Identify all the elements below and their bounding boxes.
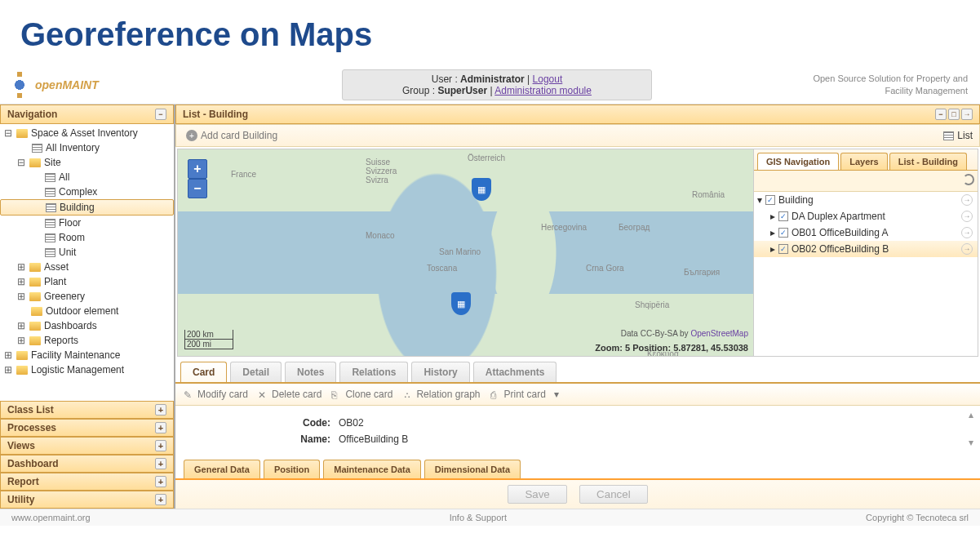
tree-node-outdoor[interactable]: Outdoor element — [0, 304, 174, 318]
clone-card-button[interactable]: Clone card — [331, 389, 392, 400]
checkbox-icon[interactable]: ✓ — [778, 211, 788, 221]
admin-module-link[interactable]: Administration module — [494, 85, 592, 96]
modify-card-button[interactable]: Modify card — [184, 389, 248, 400]
tab-detail[interactable]: Detail — [230, 362, 282, 382]
tree-node-asset[interactable]: ⊞ Asset — [0, 260, 174, 274]
tree-node-floor[interactable]: Floor — [0, 216, 174, 230]
logout-link[interactable]: Logout — [533, 73, 563, 85]
tree-node-logistic[interactable]: ⊞ Logistic Management — [0, 362, 174, 377]
tab-history[interactable]: History — [411, 362, 469, 382]
expand-icon[interactable]: ⊞ — [16, 335, 26, 346]
gis-node-ob02[interactable]: ▸ ✓ OB02 OfficeBuilding B → — [754, 241, 978, 257]
pencil-icon — [184, 389, 194, 400]
subtab-general[interactable]: General Data — [184, 460, 260, 478]
map-canvas[interactable]: + − France Monaco San Marino Toscana Her… — [178, 149, 753, 356]
minimize-icon[interactable]: − — [935, 109, 947, 120]
tab-attachments[interactable]: Attachments — [473, 362, 557, 382]
tree-node-reports[interactable]: ⊞ Reports — [0, 333, 174, 348]
map-label: Monaco — [366, 231, 395, 240]
save-button[interactable]: Save — [508, 485, 566, 504]
expand-icon[interactable]: ⊞ — [16, 320, 26, 331]
tree-node-site[interactable]: ⊟ Site — [0, 155, 174, 170]
delete-card-button[interactable]: Delete card — [258, 389, 321, 400]
tab-layers[interactable]: Layers — [840, 153, 887, 170]
expand-right-icon[interactable]: → — [961, 109, 973, 120]
maximize-icon[interactable]: □ — [948, 109, 960, 120]
list-view-button[interactable]: List — [943, 130, 973, 141]
expand-icon[interactable]: ⊞ — [3, 364, 13, 376]
checkbox-icon[interactable]: ✓ — [778, 228, 788, 238]
subtab-dimensional[interactable]: Dimensional Data — [424, 460, 521, 478]
expand-icon[interactable]: ⊞ — [16, 261, 26, 273]
code-value: OB02 — [339, 417, 364, 429]
code-label: Code: — [192, 417, 339, 429]
tab-list-building[interactable]: List - Building — [889, 153, 967, 170]
zoom-out-button[interactable]: − — [188, 179, 207, 198]
collapse-left-icon[interactable]: − — [155, 109, 166, 120]
expand-icon[interactable]: ⊞ — [16, 291, 26, 302]
folder-icon — [29, 292, 41, 301]
map-marker[interactable] — [472, 178, 491, 201]
goto-icon[interactable]: → — [961, 211, 973, 222]
accordion-views[interactable]: Views+ — [0, 437, 174, 455]
cancel-button[interactable]: Cancel — [579, 485, 648, 504]
goto-icon[interactable]: → — [961, 194, 973, 206]
checkbox-icon[interactable]: ✓ — [778, 244, 788, 254]
refresh-icon[interactable] — [963, 174, 974, 185]
subtab-position[interactable]: Position — [264, 460, 320, 478]
gis-tree: ▾ ✓ Building → ▸ ✓ DA Duplex Apartment → — [754, 192, 978, 356]
goto-icon[interactable]: → — [961, 227, 973, 238]
tab-gis-navigation[interactable]: GIS Navigation — [757, 153, 839, 170]
tab-relations[interactable]: Relations — [339, 362, 408, 382]
gis-node-building[interactable]: ▾ ✓ Building → — [754, 192, 978, 208]
tab-notes[interactable]: Notes — [285, 362, 336, 382]
tree-node-greenery[interactable]: ⊞ Greenery — [0, 289, 174, 304]
osm-link[interactable]: OpenStreetMap — [690, 329, 748, 338]
name-value: OfficeBuilding B — [339, 433, 408, 445]
gis-node-da[interactable]: ▸ ✓ DA Duplex Apartment → — [754, 208, 978, 224]
accordion-report[interactable]: Report+ — [0, 473, 174, 491]
expand-icon[interactable]: ▸ — [770, 243, 775, 255]
checkbox-icon[interactable]: ✓ — [765, 195, 775, 205]
accordion-class-list[interactable]: Class List+ — [0, 401, 174, 419]
accordion-dashboard[interactable]: Dashboard+ — [0, 455, 174, 473]
tree-node-room[interactable]: Room — [0, 230, 174, 245]
map-label: Toscana — [427, 264, 457, 273]
relation-graph-button[interactable]: Relation graph — [402, 389, 480, 400]
expand-icon[interactable]: ⊞ — [3, 349, 13, 361]
tree-node-inventory[interactable]: ⊟ Space & Asset Inventory — [0, 126, 174, 140]
collapse-icon[interactable]: ▾ — [757, 194, 762, 206]
tab-card[interactable]: Card — [180, 362, 227, 382]
goto-icon[interactable]: → — [961, 243, 973, 255]
subtab-maintenance[interactable]: Maintenance Data — [323, 460, 421, 478]
page-title: Georeference on Maps — [0, 0, 980, 65]
expand-icon[interactable]: ⊟ — [3, 127, 13, 139]
tree-node-facility[interactable]: ⊞ Facility Maintenance — [0, 348, 174, 362]
map-label: Crna Gora — [586, 264, 624, 273]
tree-node-building[interactable]: Building — [0, 199, 174, 216]
print-card-button[interactable]: Print card▾ — [490, 389, 559, 400]
footer-info[interactable]: Info & Support — [450, 513, 507, 522]
zoom-in-button[interactable]: + — [188, 159, 207, 179]
logo-area: openMAINT — [0, 73, 175, 96]
logo-text: openMAINT — [35, 78, 99, 91]
map-marker[interactable] — [451, 292, 471, 315]
expand-icon[interactable]: ▸ — [770, 227, 775, 238]
tree-node-complex[interactable]: Complex — [0, 184, 174, 199]
tree-node-unit[interactable]: Unit — [0, 245, 174, 260]
tree-node-dashboards[interactable]: ⊞ Dashboards — [0, 318, 174, 333]
accordion-utility[interactable]: Utility+ — [0, 491, 174, 509]
chevron-down-icon: ▾ — [554, 389, 559, 400]
gis-node-ob01[interactable]: ▸ ✓ OB01 OfficeBuilding A → — [754, 224, 978, 241]
expand-icon[interactable]: ⊞ — [16, 276, 26, 287]
expand-icon[interactable]: ⊟ — [16, 157, 26, 168]
footer-url[interactable]: www.openmaint.org — [11, 513, 91, 522]
tree-node-all[interactable]: All — [0, 170, 174, 184]
scroll-indicator[interactable]: ▴ ▾ — [969, 409, 973, 448]
tree-node-all-inventory[interactable]: All Inventory — [0, 140, 174, 155]
graph-icon — [402, 389, 413, 400]
accordion-processes[interactable]: Processes+ — [0, 419, 174, 437]
tree-node-plant[interactable]: ⊞ Plant — [0, 274, 174, 289]
expand-icon[interactable]: ▸ — [770, 211, 775, 222]
add-card-button[interactable]: + Add card Building — [183, 128, 281, 143]
